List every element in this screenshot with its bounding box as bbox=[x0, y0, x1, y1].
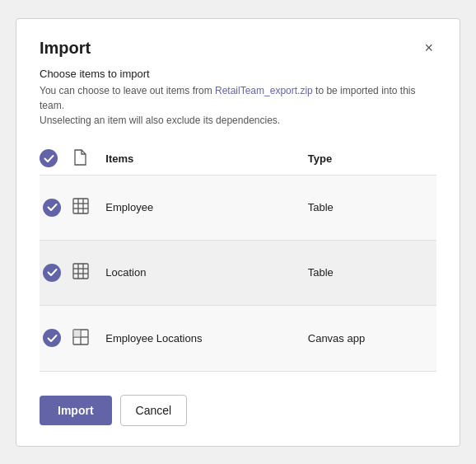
row-icon-cell bbox=[72, 306, 105, 371]
row-item-name: Employee bbox=[105, 175, 307, 240]
filename-link: RetailTeam_export.zip bbox=[215, 85, 313, 96]
row-item-name: Employee Locations bbox=[105, 306, 307, 371]
description-line2: Unselecting an item will also exclude it… bbox=[40, 115, 280, 126]
row-check-cell[interactable] bbox=[40, 175, 72, 240]
header-type: Type bbox=[308, 143, 436, 176]
header-items: Items bbox=[105, 143, 307, 176]
description-text-1: You can choose to leave out items from bbox=[40, 85, 215, 96]
row-check-cell[interactable] bbox=[40, 240, 72, 305]
row-check-circle[interactable] bbox=[43, 329, 61, 347]
dialog-title: Import bbox=[40, 39, 91, 58]
row-check-circle[interactable] bbox=[43, 264, 61, 282]
table-header-row: Items Type bbox=[40, 143, 436, 176]
dialog-header: Import × bbox=[40, 39, 436, 58]
row-item-type: Table bbox=[308, 240, 436, 305]
import-table: Items Type EmployeeTable LocationTable E… bbox=[40, 143, 436, 372]
import-dialog: Import × Choose items to import You can … bbox=[16, 18, 460, 447]
row-icon-cell bbox=[72, 240, 105, 305]
row-item-type: Canvas app bbox=[308, 306, 436, 371]
row-icon-cell bbox=[72, 175, 105, 240]
table-icon bbox=[72, 198, 89, 214]
row-check-circle[interactable] bbox=[43, 199, 61, 217]
canvas-icon bbox=[72, 329, 89, 345]
table-row: LocationTable bbox=[40, 240, 436, 305]
header-check bbox=[40, 143, 72, 176]
table-row: EmployeeTable bbox=[40, 175, 436, 240]
svg-rect-0 bbox=[73, 199, 88, 213]
dialog-subtitle: Choose items to import bbox=[40, 68, 436, 80]
row-item-name: Location bbox=[105, 240, 307, 305]
import-button[interactable]: Import bbox=[40, 396, 112, 425]
cancel-button[interactable]: Cancel bbox=[120, 395, 188, 426]
dialog-footer: Import Cancel bbox=[40, 395, 436, 426]
dialog-description: You can choose to leave out items from R… bbox=[40, 83, 436, 128]
table-body: EmployeeTable LocationTable Employee Loc… bbox=[40, 175, 436, 371]
table-row: Employee LocationsCanvas app bbox=[40, 306, 436, 371]
svg-rect-5 bbox=[73, 264, 88, 279]
header-icon bbox=[72, 143, 105, 176]
svg-rect-13 bbox=[73, 330, 81, 337]
close-button[interactable]: × bbox=[421, 39, 436, 57]
row-check-cell[interactable] bbox=[40, 306, 72, 371]
header-check-circle[interactable] bbox=[40, 149, 58, 167]
row-item-type: Table bbox=[308, 175, 436, 240]
table-icon bbox=[72, 263, 89, 279]
